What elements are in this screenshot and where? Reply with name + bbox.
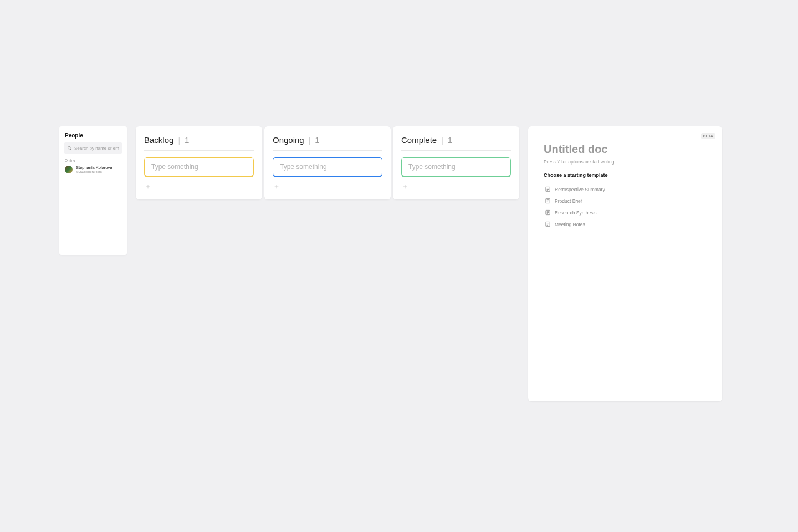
people-item-email: sk213@miro.com [76,170,112,174]
plus-icon [274,184,279,190]
kanban-separator: | [441,136,443,145]
kanban-card[interactable]: Type something [273,157,382,176]
kanban-card[interactable]: Type something [401,157,511,176]
kanban-column-complete: Complete | 1 Type something [393,126,519,200]
beta-badge: BETA [701,133,715,139]
doc-template-item[interactable]: Research Synthesis [544,207,707,218]
add-card-button[interactable] [273,183,280,191]
add-card-button[interactable] [144,183,152,191]
doc-template-label: Meeting Notes [555,222,585,227]
kanban-title[interactable]: Backlog [144,135,173,145]
doc-template-item[interactable]: Retrospective Summary [544,183,707,195]
doc-title[interactable]: Untitled doc [544,143,707,156]
kanban-header: Backlog | 1 [144,135,254,145]
doc-choose-label: Choose a starting template [544,172,707,178]
kanban-count: 1 [315,135,319,145]
people-item-name: Stephania Kolarova [76,166,112,170]
doc-template-label: Research Synthesis [555,210,597,216]
kanban-count: 1 [185,135,189,145]
doc-template-label: Retrospective Summary [555,187,605,192]
plus-icon [145,184,151,190]
kanban-column-ongoing: Ongoing | 1 Type something [264,126,391,200]
people-panel: People Online Stephania Kolarova sk213@m… [59,126,127,255]
kanban-header: Complete | 1 [401,135,511,145]
doc-template-label: Product Brief [555,198,582,204]
people-search-input[interactable] [74,146,119,151]
people-section-online: Online [63,158,124,162]
people-search[interactable] [64,142,122,154]
svg-point-0 [68,146,71,149]
kanban-card[interactable]: Type something [144,157,254,176]
avatar [65,166,73,173]
kanban-divider [401,150,511,151]
kanban-title[interactable]: Complete [401,135,437,145]
kanban-count: 1 [448,135,452,145]
add-card-button[interactable] [401,183,409,191]
kanban-card-placeholder: Type something [408,163,456,171]
doc-hint: Press '/' for options or start writing [544,159,707,165]
people-item[interactable]: Stephania Kolarova sk213@miro.com [63,165,124,175]
template-icon [545,198,551,204]
plus-icon [402,184,408,190]
people-title: People [63,132,124,139]
svg-line-1 [70,149,71,150]
kanban-divider [273,150,382,151]
template-icon [545,209,551,216]
kanban-header: Ongoing | 1 [273,135,382,145]
doc-panel: BETA Untitled doc Press '/' for options … [528,126,722,401]
kanban-column-backlog: Backlog | 1 Type something [136,126,262,200]
template-icon [545,221,551,227]
search-icon [67,146,72,151]
doc-template-item[interactable]: Product Brief [544,195,707,207]
doc-template-item[interactable]: Meeting Notes [544,218,707,230]
kanban-card-placeholder: Type something [151,163,198,171]
kanban-separator: | [309,136,311,145]
template-icon [545,186,551,192]
people-item-text: Stephania Kolarova sk213@miro.com [76,166,112,174]
kanban-card-placeholder: Type something [280,163,327,171]
kanban-title[interactable]: Ongoing [273,135,304,145]
kanban-separator: | [178,136,180,145]
kanban-divider [144,150,254,151]
